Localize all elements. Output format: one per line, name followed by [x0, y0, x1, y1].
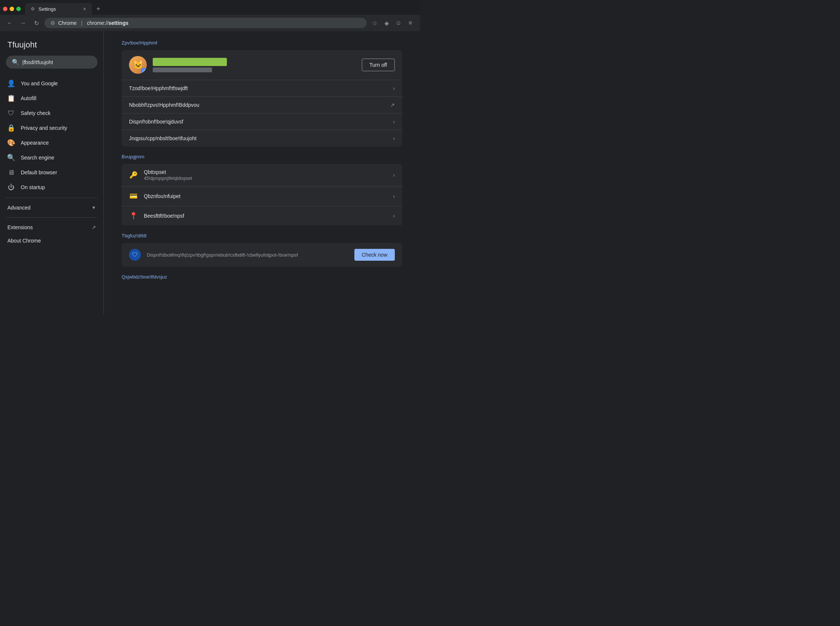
address-url: chrome://settings — [87, 20, 128, 26]
sidebar-item-appearance[interactable]: 🎨 Appearance — [0, 135, 97, 150]
shield-check-icon: 🛡 — [129, 249, 141, 261]
check-now-button[interactable]: Check now — [354, 249, 395, 261]
addresses-row[interactable]: 📍 Beesfttft!boe!npsf › — [122, 206, 402, 225]
search-box[interactable]: 🔍 |fbsdi!tfuujoht — [6, 56, 97, 69]
autofill-card: 🔑 Qbttxpset 45!dpnqspnjtfelqbttxpset › 💳… — [122, 164, 402, 225]
turn-off-button[interactable]: Turn off — [362, 59, 395, 71]
extension1-button[interactable]: ◈ — [381, 18, 392, 28]
address-separator: | — [81, 20, 83, 26]
chevron-right-icon-4: › — [393, 172, 395, 178]
tab-close-button[interactable]: × — [81, 6, 87, 12]
external-link-icon: ↗ — [92, 224, 96, 230]
person-icon: 👤 — [8, 80, 15, 87]
manage-google-account-row[interactable]: Nbobhf!zpvs!Hpphmf!Bddpvou ↗ — [122, 96, 402, 113]
sidebar-item-label: On startup — [21, 184, 45, 190]
extension2-button[interactable]: ☺ — [393, 18, 404, 28]
key-icon: 🔑 — [129, 171, 138, 180]
sidebar-item-privacy-security[interactable]: 🔒 Privacy and security — [0, 121, 97, 135]
safety-check-text: Dispnf!dbolifmq!lfq!zpv!tbgf!gspn!ebub!c… — [147, 252, 348, 258]
you-and-google-section-label: Zpv!boe!Hpphmf — [122, 40, 402, 45]
sidebar-item-default-browser[interactable]: 🖥 Default browser — [0, 165, 97, 180]
back-button[interactable]: ← — [5, 18, 15, 28]
forward-button[interactable]: → — [18, 18, 28, 28]
bookmark-button[interactable]: ☆ — [370, 18, 380, 28]
profile-card: 🐱 ↺ Turn off Tzod!boe!Hpphmf!tfswjdft › … — [122, 50, 402, 147]
autofill-section-label: Bvupgjmm — [122, 154, 402, 160]
sidebar-item-label: Privacy and security — [21, 125, 67, 131]
profile-row: 🐱 ↺ Turn off — [122, 50, 402, 80]
minimize-traffic-light[interactable] — [9, 7, 14, 11]
new-tab-button[interactable]: + — [94, 4, 103, 14]
advanced-label: Advanced — [8, 205, 30, 211]
chrome-name-picture-row[interactable]: Dispnf!obnf!boe!qjduvsf › — [122, 113, 402, 130]
main-content: Zpv!boe!Hpphmf 🐱 ↺ Turn off Tzod!boe!Hpp… — [104, 31, 420, 315]
tab-bar: ⚙ Settings × + — [0, 0, 420, 15]
settings-container: Tfuujoht 🔍 |fbsdi!tfuujoht 👤 You and Goo… — [0, 31, 420, 315]
site-name: Chrome — [58, 20, 77, 26]
profile-name-bar — [153, 58, 227, 66]
passwords-text: Qbttxpset 45!dpnqspnjtfelqbttxpset — [144, 169, 387, 181]
chevron-down-icon: ▼ — [92, 205, 96, 210]
about-chrome-label: About Chrome — [8, 238, 41, 244]
sidebar-item-label: Appearance — [21, 140, 49, 146]
safety-check-row: 🛡 Dispnf!dbolifmq!lfq!zpv!tbgf!gspn!ebub… — [122, 243, 402, 267]
chevron-right-icon-3: › — [393, 135, 395, 141]
profile-name-area — [153, 58, 356, 72]
safety-check-card: 🛡 Dispnf!dbolifmq!lfq!zpv!tbgf!gspn!ebub… — [122, 243, 402, 267]
sidebar-item-label: You and Google — [21, 80, 58, 86]
search-input[interactable]: |fbsdi!tfuujoht — [22, 59, 53, 65]
safety-check-section-label: Tbgfuz!difdl — [122, 233, 402, 238]
sidebar-item-label: Autofill — [21, 95, 36, 101]
profile-email-bar — [153, 67, 212, 72]
chevron-right-icon-2: › — [393, 119, 395, 125]
privacy-section-label: Qsjwbdz!boe!tfdvsjuz — [122, 274, 402, 280]
location-icon: 📍 — [129, 211, 138, 220]
sidebar-item-on-startup[interactable]: ⏻ On startup — [0, 180, 97, 195]
chevron-right-icon-6: › — [393, 213, 395, 219]
sync-services-label: Tzod!boe!Hpphmf!tfswjdft — [129, 85, 393, 91]
settings-tab[interactable]: ⚙ Settings × — [25, 3, 92, 15]
maximize-traffic-light[interactable] — [16, 7, 21, 11]
addresses-text: Beesfttft!boe!npsf — [144, 213, 387, 219]
payment-title: Qbznfou!nfuipet — [144, 193, 387, 199]
address-bar-row: ← → ↻ ⚙ Chrome | chrome://settings ☆ ◈ ☺… — [0, 15, 420, 31]
passwords-row[interactable]: 🔑 Qbttxpset 45!dpnqspnjtfelqbttxpset › — [122, 164, 402, 186]
sidebar-divider — [6, 198, 97, 198]
advanced-section-header[interactable]: Advanced ▼ — [0, 201, 103, 214]
sidebar-item-label: Safety check — [21, 110, 50, 116]
sidebar-item-safety-check[interactable]: 🛡 Safety check — [0, 106, 97, 121]
close-traffic-light[interactable] — [3, 7, 8, 11]
safety-icon: 🛡 — [8, 110, 15, 117]
traffic-lights — [3, 7, 21, 11]
sidebar-title: Tfuujoht — [0, 34, 103, 53]
chrome-name-picture-label: Dispnf!obnf!boe!qjduvsf — [129, 119, 393, 125]
reload-button[interactable]: ↻ — [31, 18, 42, 28]
autofill-icon: 📋 — [8, 95, 15, 102]
sync-badge: ↺ — [141, 68, 147, 74]
card-icon: 💳 — [129, 192, 138, 200]
chevron-right-icon-5: › — [393, 193, 395, 199]
import-bookmarks-label: Jnqpsu!cpp!nbslt!boe!tfuujoht — [129, 135, 393, 141]
menu-button[interactable]: ≡ — [405, 18, 415, 28]
search-box-container: 🔍 |fbsdi!tfuujoht — [0, 53, 103, 75]
sidebar-item-label: Default browser — [21, 169, 57, 175]
browser-icon: 🖥 — [8, 169, 15, 176]
sidebar-item-search-engine[interactable]: 🔍 Search engine — [0, 150, 97, 165]
sidebar-item-extensions[interactable]: Extensions ↗ — [0, 221, 103, 234]
sidebar-item-autofill[interactable]: 📋 Autofill — [0, 91, 97, 106]
address-bar[interactable]: ⚙ Chrome | chrome://settings — [44, 18, 367, 28]
search-icon: 🔍 — [12, 59, 19, 66]
search-engine-icon: 🔍 — [8, 154, 15, 161]
sync-services-row[interactable]: Tzod!boe!Hpphmf!tfswjdft › — [122, 80, 402, 96]
sidebar: Tfuujoht 🔍 |fbsdi!tfuujoht 👤 You and Goo… — [0, 31, 104, 315]
extensions-label: Extensions — [8, 224, 33, 230]
startup-icon: ⏻ — [8, 183, 15, 191]
settings-tab-icon: ⚙ — [30, 6, 36, 12]
toolbar-icons: ☆ ◈ ☺ ≡ — [370, 18, 415, 28]
sidebar-item-about-chrome[interactable]: About Chrome — [0, 234, 97, 247]
external-link-icon-2: ↗ — [390, 102, 395, 108]
import-bookmarks-row[interactable]: Jnqpsu!cpp!nbslt!boe!tfuujoht › — [122, 130, 402, 147]
payment-methods-row[interactable]: 💳 Qbznfou!nfuipet › — [122, 186, 402, 206]
sidebar-item-you-and-google[interactable]: 👤 You and Google — [0, 76, 97, 91]
payment-text: Qbznfou!nfuipet — [144, 193, 387, 199]
